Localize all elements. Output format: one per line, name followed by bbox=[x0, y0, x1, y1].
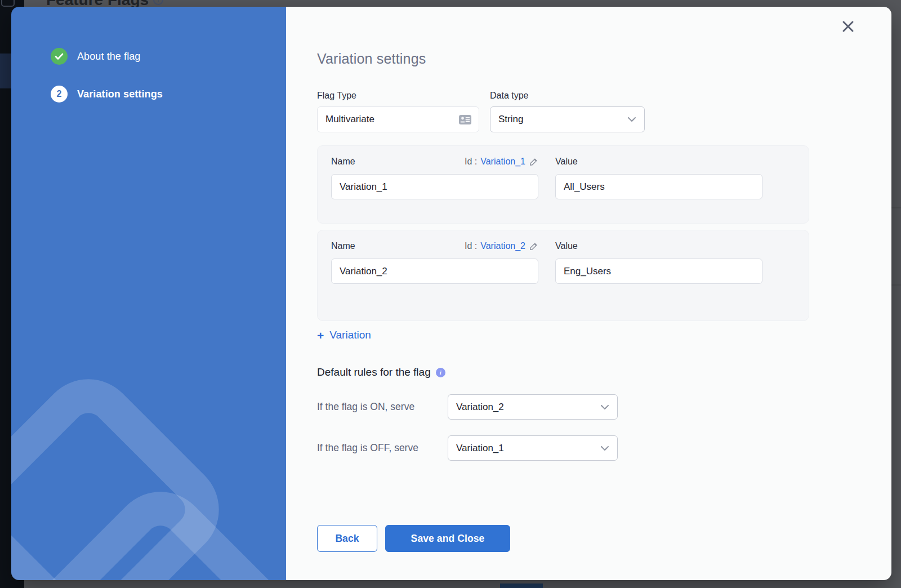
flag-settings-modal: About the flag 2 Variation settings Vari… bbox=[11, 7, 891, 580]
variation-id-prefix: Id : bbox=[465, 157, 477, 167]
rule-on-value: Variation_2 bbox=[456, 402, 504, 413]
variation-value-label: Value bbox=[555, 157, 578, 167]
rule-off-select[interactable]: Variation_1 bbox=[448, 435, 618, 461]
edit-pencil-icon[interactable] bbox=[529, 242, 538, 251]
save-and-close-button[interactable]: Save and Close bbox=[385, 525, 510, 552]
chevron-down-icon bbox=[627, 117, 636, 122]
backdrop-button-fragment bbox=[500, 583, 543, 588]
variation-id-link[interactable]: Variation_2 bbox=[480, 241, 525, 251]
flag-type-value: Multivariate bbox=[325, 114, 374, 125]
multivariate-card-icon bbox=[458, 114, 472, 125]
variation-value-input[interactable] bbox=[555, 174, 762, 199]
step-label: Variation settings bbox=[77, 88, 163, 100]
variation-name-label: Name bbox=[331, 157, 355, 167]
add-variation-label: Variation bbox=[329, 329, 371, 341]
variation-value-label: Value bbox=[555, 241, 578, 251]
chevron-down-icon bbox=[600, 404, 609, 410]
variation-settings-panel: Variation settings Flag Type Multivariat… bbox=[286, 7, 891, 580]
step-about-the-flag[interactable]: About the flag bbox=[51, 48, 163, 65]
rule-off-label: If the flag is OFF, serve bbox=[317, 440, 448, 456]
step-number-badge: 2 bbox=[51, 86, 68, 103]
rule-on-label: If the flag is ON, serve bbox=[317, 399, 448, 415]
info-icon[interactable]: i bbox=[436, 368, 445, 377]
plus-icon: + bbox=[317, 329, 324, 341]
data-type-value: String bbox=[498, 114, 523, 125]
step-label: About the flag bbox=[77, 51, 141, 63]
backdrop-divider bbox=[891, 207, 901, 208]
rule-off-value: Variation_1 bbox=[456, 443, 504, 454]
data-type-select[interactable]: String bbox=[490, 106, 645, 132]
variation-id-prefix: Id : bbox=[465, 241, 477, 251]
type-row: Flag Type Multivariate Data type String bbox=[317, 91, 891, 132]
page-title-info-icon: i bbox=[153, 0, 163, 5]
variation-name-label: Name bbox=[331, 241, 355, 251]
chevron-down-icon bbox=[600, 446, 609, 451]
back-button[interactable]: Back bbox=[317, 525, 377, 552]
footer-actions: Back Save and Close bbox=[317, 525, 891, 552]
variation-card-1: Name Id : Variation_1 Value bbox=[317, 145, 809, 224]
stepper-panel: About the flag 2 Variation settings bbox=[11, 7, 286, 580]
variation-id-link[interactable]: Variation_1 bbox=[480, 157, 525, 167]
flag-type-label: Flag Type bbox=[317, 91, 479, 101]
default-rules-text: Default rules for the flag bbox=[317, 366, 431, 378]
panel-title: Variation settings bbox=[317, 51, 891, 67]
variation-name-input[interactable] bbox=[331, 259, 538, 284]
step-complete-check-icon bbox=[51, 48, 68, 65]
data-type-label: Data type bbox=[490, 91, 645, 101]
variation-name-input[interactable] bbox=[331, 174, 538, 199]
default-rules-title: Default rules for the flag i bbox=[317, 366, 891, 378]
step-variation-settings[interactable]: 2 Variation settings bbox=[51, 86, 163, 103]
variation-value-input[interactable] bbox=[555, 259, 762, 284]
flag-type-field: Multivariate bbox=[317, 106, 479, 132]
stepper: About the flag 2 Variation settings bbox=[51, 48, 163, 103]
add-variation-button[interactable]: + Variation bbox=[317, 329, 371, 341]
rule-row-off: If the flag is OFF, serve Variation_1 bbox=[317, 435, 891, 461]
close-icon[interactable] bbox=[841, 19, 855, 34]
variation-card-2: Name Id : Variation_2 Value bbox=[317, 230, 809, 321]
rule-on-select[interactable]: Variation_2 bbox=[448, 394, 618, 420]
edit-pencil-icon[interactable] bbox=[529, 157, 538, 167]
backdrop-divider bbox=[891, 284, 901, 286]
rule-row-on: If the flag is ON, serve Variation_2 bbox=[317, 394, 891, 420]
sidebar-collapse-icon bbox=[1, 0, 15, 7]
